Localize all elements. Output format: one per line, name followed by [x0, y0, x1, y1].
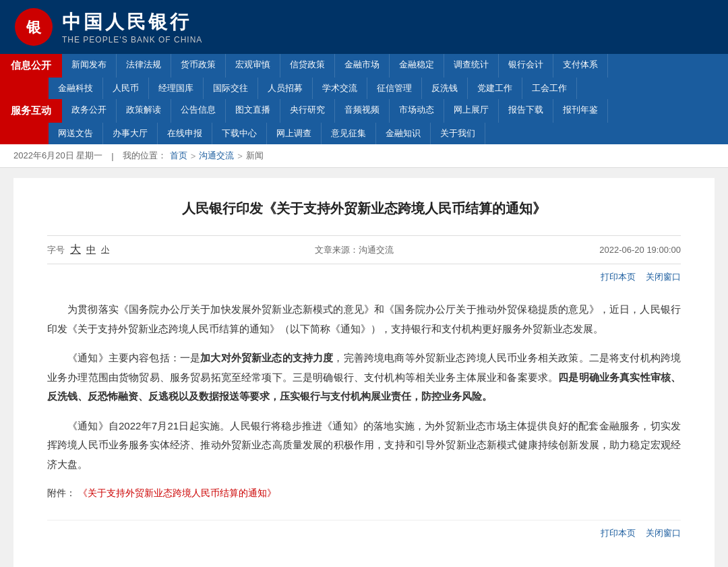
- nav-research[interactable]: 央行研究: [280, 99, 335, 123]
- article-para-1: 为贯彻落实《国务院办公厅关于加快发展外贸新业态新模式的意见》和《国务院办公厅关于…: [47, 300, 681, 338]
- breadcrumb-sep2: >: [237, 151, 243, 161]
- nav-financial-market[interactable]: 金融市场: [335, 54, 390, 78]
- logo-english: THE PEOPLE'S BANK OF CHINA: [62, 35, 202, 44]
- main-content: 人民银行印发《关于支持外贸新业态跨境人民币结算的通知》 字号 大 中 小 文章来…: [13, 178, 715, 567]
- bold-text-1: 加大对外贸新业态的支持力度: [200, 352, 333, 363]
- font-size-control: 字号 大 中 小: [47, 243, 109, 257]
- article-para-3: 《通知》自2022年7月21日起实施。人民银行将稳步推进《通知》的落地实施，为外…: [47, 417, 681, 475]
- article-actions-bottom: 打印本页 关闭窗口: [47, 520, 681, 543]
- close-link-bottom[interactable]: 关闭窗口: [646, 527, 681, 539]
- print-link-top[interactable]: 打印本页: [601, 271, 636, 283]
- breadcrumb-section[interactable]: 沟通交流: [199, 150, 234, 162]
- article-title: 人民银行印发《关于支持外贸新业态跨境人民币结算的通知》: [47, 198, 681, 218]
- nav-label-empty2: [0, 123, 49, 144]
- nav-credit-mgmt[interactable]: 征信管理: [367, 78, 422, 99]
- nav-macro[interactable]: 宏观审慎: [226, 54, 280, 78]
- article-source: 文章来源：沟通交流: [315, 244, 394, 256]
- bold-text-2: 四是明确业务真实性审核、反洗钱、反恐怖融资、反逃税以及数据报送等要求，压实银行与…: [47, 371, 681, 402]
- nav-label-info: 信息公开: [0, 54, 62, 78]
- breadcrumb-sep1: >: [191, 151, 196, 161]
- breadcrumb-label: 我的位置：: [123, 150, 166, 162]
- nav-online-apply[interactable]: 在线申报: [158, 123, 212, 144]
- nav-about[interactable]: 关于我们: [431, 123, 485, 144]
- nav-items-row3: 政务公开 政策解读 公告信息 图文直播 央行研究 音频视频 市场动态 网上展厅 …: [62, 99, 728, 123]
- nav-download-center[interactable]: 下载中心: [212, 123, 267, 144]
- nav-survey[interactable]: 调查统计: [444, 54, 499, 78]
- attachment-label: 附件：: [47, 487, 75, 498]
- nav-rmb[interactable]: 人民币: [103, 78, 149, 99]
- nav-fintech[interactable]: 金融科技: [49, 78, 103, 99]
- nav-av[interactable]: 音频视频: [335, 99, 390, 123]
- nav-treasury[interactable]: 经理国库: [149, 78, 204, 99]
- nav-aml[interactable]: 反洗钱: [422, 78, 468, 99]
- article-actions-top: 打印本页 关闭窗口: [47, 271, 681, 287]
- nav-payment[interactable]: 支付体系: [553, 54, 608, 78]
- article-meta: 字号 大 中 小 文章来源：沟通交流 2022-06-20 19:00:00: [47, 235, 681, 264]
- nav-label-service: 服务互动: [0, 99, 62, 123]
- close-link-top[interactable]: 关闭窗口: [646, 271, 681, 283]
- nav-news[interactable]: 新闻发布: [62, 54, 117, 78]
- nav-policy-interpret[interactable]: 政策解读: [117, 99, 171, 123]
- attachment-link[interactable]: 《关于支持外贸新业态跨境人民币结算的通知》: [78, 487, 276, 498]
- nav-banking[interactable]: 银行会计: [499, 54, 553, 78]
- breadcrumb-home[interactable]: 首页: [170, 150, 187, 162]
- logo-chinese: 中国人民银行: [62, 9, 202, 35]
- attachment: 附件： 《关于支持外贸新业态跨境人民币结算的通知》: [47, 487, 681, 500]
- nav-gov-open[interactable]: 政务公开: [62, 99, 117, 123]
- font-small-btn[interactable]: 小: [101, 244, 109, 256]
- nav-items-row4: 网送文告 办事大厅 在线申报 下载中心 网上调查 意见征集 金融知识 关于我们: [49, 123, 728, 144]
- nav-announcement[interactable]: 公告信息: [171, 99, 226, 123]
- article-body: 为贯彻落实《国务院办公厅关于加快发展外贸新业态新模式的意见》和《国务院办公厅关于…: [47, 300, 681, 474]
- nav-row-4: 网送文告 办事大厅 在线申报 下载中心 网上调查 意见征集 金融知识 关于我们: [0, 123, 728, 144]
- nav-online-hall[interactable]: 网上展厅: [444, 99, 499, 123]
- nav-law[interactable]: 法律法规: [117, 54, 171, 78]
- svg-text:银: 银: [26, 19, 42, 36]
- nav-graphic-broadcast[interactable]: 图文直播: [226, 99, 280, 123]
- nav-opinion[interactable]: 意见征集: [322, 123, 376, 144]
- nav-row-2: 金融科技 人民币 经理国库 国际交往 人员招募 学术交流 征信管理 反洗钱 党建…: [0, 78, 728, 99]
- font-label: 字号: [47, 244, 65, 256]
- nav-label-empty1: [0, 78, 49, 99]
- nav-notice-send[interactable]: 网送文告: [49, 123, 103, 144]
- nav-recruit[interactable]: 人员招募: [258, 78, 313, 99]
- nav-party[interactable]: 党建工作: [468, 78, 522, 99]
- nav-service-hall[interactable]: 办事大厅: [103, 123, 158, 144]
- navigation: 信息公开 新闻发布 法律法规 货币政策 宏观审慎 信贷政策 金融市场 金融稳定 …: [0, 54, 728, 144]
- nav-items-row1: 新闻发布 法律法规 货币政策 宏观审慎 信贷政策 金融市场 金融稳定 调查统计 …: [62, 54, 728, 78]
- nav-row-1: 信息公开 新闻发布 法律法规 货币政策 宏观审慎 信贷政策 金融市场 金融稳定 …: [0, 54, 728, 78]
- breadcrumb-date: 2022年6月20日 星期一: [13, 150, 102, 162]
- logo-area: 银 中国人民银行 THE PEOPLE'S BANK OF CHINA: [13, 7, 202, 47]
- nav-intl[interactable]: 国际交往: [204, 78, 258, 99]
- logo-text: 中国人民银行 THE PEOPLE'S BANK OF CHINA: [62, 9, 202, 44]
- nav-market-dynamic[interactable]: 市场动态: [390, 99, 444, 123]
- nav-monetary[interactable]: 货币政策: [171, 54, 226, 78]
- nav-credit[interactable]: 信贷政策: [280, 54, 335, 78]
- nav-online-survey[interactable]: 网上调查: [267, 123, 322, 144]
- nav-row-3: 服务互动 政务公开 政策解读 公告信息 图文直播 央行研究 音频视频 市场动态 …: [0, 99, 728, 123]
- nav-yearbook[interactable]: 报刊年鉴: [553, 99, 608, 123]
- article-date: 2022-06-20 19:00:00: [599, 245, 681, 255]
- nav-items-row2: 金融科技 人民币 经理国库 国际交往 人员招募 学术交流 征信管理 反洗钱 党建…: [49, 78, 728, 99]
- nav-union[interactable]: 工会工作: [522, 78, 577, 99]
- nav-academic[interactable]: 学术交流: [313, 78, 367, 99]
- breadcrumb-divider: |: [111, 151, 113, 161]
- nav-financial-stability[interactable]: 金融稳定: [390, 54, 444, 78]
- nav-report-download[interactable]: 报告下载: [499, 99, 553, 123]
- print-link-bottom[interactable]: 打印本页: [601, 527, 636, 539]
- nav-financial-knowledge[interactable]: 金融知识: [376, 123, 431, 144]
- site-header: 银 中国人民银行 THE PEOPLE'S BANK OF CHINA: [0, 0, 728, 54]
- article-para-2: 《通知》主要内容包括：一是加大对外贸新业态的支持力度，完善跨境电商等外贸新业态跨…: [47, 349, 681, 407]
- font-large-btn[interactable]: 大: [70, 243, 81, 257]
- breadcrumb-current: 新闻: [246, 150, 264, 162]
- breadcrumb-bar: 2022年6月20日 星期一 | 我的位置： 首页 > 沟通交流 > 新闻: [0, 144, 728, 168]
- logo-icon: 银: [13, 7, 54, 47]
- font-medium-btn[interactable]: 中: [86, 244, 96, 256]
